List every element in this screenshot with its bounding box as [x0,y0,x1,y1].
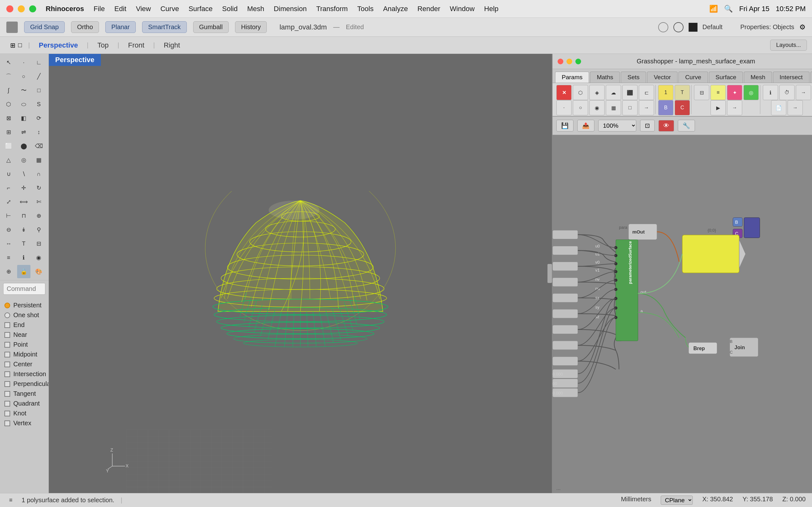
hatch-tool[interactable]: ⊟ [32,237,45,250]
search-icon[interactable]: 🔍 [724,5,733,13]
history-button[interactable]: History [235,21,267,33]
cone-tool[interactable]: △ [2,153,15,167]
cplane-select[interactable]: CPlane [661,496,693,505]
close-button[interactable] [6,5,13,12]
perpendicular-checkbox[interactable] [4,381,10,387]
gh-preview-button[interactable]: 👁 [658,120,674,131]
polyline-tool[interactable]: ╱ [32,70,45,83]
surface-tool[interactable]: ◧ [17,112,31,125]
tangent-checkbox[interactable] [4,391,10,397]
center-checkbox[interactable] [4,361,10,367]
smarttrack-button[interactable]: SmartTrack [142,21,187,33]
gh-tab-curve[interactable]: Curve [678,72,708,83]
settings-icon[interactable]: ⚙ [799,23,806,32]
menu-view[interactable]: View [136,5,151,13]
menu-window[interactable]: Window [450,5,474,13]
persistent-option[interactable]: Persistent [4,300,44,310]
gh-icon-pipe[interactable]: ⊏ [639,85,654,100]
near-checkbox[interactable] [4,332,10,338]
viewport-area[interactable]: Perspective [49,54,552,493]
snap-perpendicular[interactable]: Perpendicular [4,379,44,389]
surface-from-curves[interactable]: ⊠ [2,112,15,125]
line-tool[interactable]: ∟ [32,56,45,69]
fillet-tool[interactable]: ⌐ [2,181,15,194]
gh-icon-box3d[interactable]: ⬛ [622,85,638,100]
gh-close-button[interactable] [558,59,563,64]
gh-tab-mesh[interactable]: Mesh [744,72,772,83]
gh-icon-bool[interactable]: B [658,100,673,115]
tab-top[interactable]: Top [90,37,116,54]
snap-tangent[interactable]: Tangent [4,389,44,399]
gh-fit-button[interactable]: ⊡ [640,120,655,131]
gh-tab-vector[interactable]: Vector [647,72,677,83]
gh-icon-picker[interactable]: ✦ [727,85,742,100]
gh-icon-cloud[interactable]: ☁ [606,85,621,100]
analyze-tool[interactable]: ⚲ [32,223,45,236]
osnap-tool[interactable]: 🔒 [17,265,31,278]
menu-rhinoceros[interactable]: Rhinoceros [46,5,84,13]
planar-button[interactable]: Planar [105,21,136,33]
gh-icon-ref[interactable]: ▶ [711,100,726,115]
gh-icon-arrow4[interactable]: → [788,100,803,115]
tab-perspective[interactable]: Perspective [31,37,86,54]
offset-tool[interactable]: ⊖ [2,223,15,236]
properties-tool[interactable]: ℹ [17,251,31,264]
record-button[interactable] [658,22,668,32]
snap-vertex[interactable]: Vertex [4,418,44,428]
loft-tool[interactable]: ↕ [32,125,45,139]
gh-canvas[interactable]: para mOut B C u0 u1 v0 v1 nv [553,135,812,484]
gh-icon-arrow[interactable]: → [639,100,654,115]
gh-tab-transform[interactable]: Transform [810,72,812,83]
layer-tool[interactable]: ≡ [2,251,15,264]
split-tool[interactable]: ⊢ [2,209,15,222]
arc-tool[interactable]: ⌒ [2,70,15,83]
gh-icon-num[interactable]: 1 [658,85,673,100]
torus-tool[interactable]: ◎ [17,153,31,167]
point-checkbox[interactable] [4,342,10,348]
gh-icon-circle2[interactable]: ○ [573,100,588,115]
move-tool[interactable]: ✛ [17,181,31,194]
gh-icon-color[interactable]: C [675,100,690,115]
gh-icon-slider[interactable]: ⊟ [694,85,709,100]
gh-icon-doc[interactable]: 📄 [771,100,786,115]
persistent-radio[interactable] [4,302,10,308]
snap-intersection[interactable]: Intersection [4,369,44,379]
minimize-button[interactable] [18,5,25,12]
gh-icon-info[interactable]: ℹ [763,85,778,100]
explode-tool[interactable]: ⊕ [32,209,45,222]
gh-icon-toggle[interactable]: ◎ [744,85,759,100]
stop-button[interactable] [689,23,698,32]
scale-tool[interactable]: ⤢ [2,195,15,209]
dimension-tool[interactable]: ↔ [2,237,15,250]
boolean-int[interactable]: ∩ [32,167,45,181]
point-tool[interactable]: · [17,56,31,69]
gh-maximize-button[interactable] [575,59,581,64]
box-tool[interactable]: ⬜ [2,139,15,153]
snap-point[interactable]: Point [4,340,44,349]
end-checkbox[interactable] [4,322,10,328]
gh-export-button[interactable]: 📤 [577,120,595,131]
menu-transform[interactable]: Transform [316,5,348,13]
menu-solid[interactable]: Solid [222,5,238,13]
mirror-tool[interactable]: ⟺ [17,195,31,209]
menu-dimension[interactable]: Dimension [274,5,307,13]
one-shot-option[interactable]: One shot [4,310,44,320]
tab-right[interactable]: Right [156,37,188,54]
intersection-checkbox[interactable] [4,372,10,377]
gh-bake-button[interactable]: 🔧 [678,120,695,131]
gh-tab-intersect[interactable]: Intersect [773,72,809,83]
gh-icon-arrow2[interactable]: → [727,100,742,115]
snap-knot[interactable]: Knot [4,408,44,418]
gh-icon-x[interactable]: ✕ [556,85,571,100]
color-tool[interactable]: 🎨 [32,265,45,278]
quadrant-checkbox[interactable] [4,401,10,406]
gh-icon-sphere2[interactable]: ◉ [589,100,605,115]
vertex-checkbox[interactable] [4,420,10,426]
command-input[interactable] [3,283,45,295]
boolean-diff[interactable]: ∖ [17,167,31,181]
text-tool[interactable]: T [17,237,31,250]
mesh-tool[interactable]: ▦ [32,153,45,167]
menu-curve[interactable]: Curve [160,5,179,13]
maximize-button[interactable] [29,5,36,12]
tab-front[interactable]: Front [120,37,152,54]
